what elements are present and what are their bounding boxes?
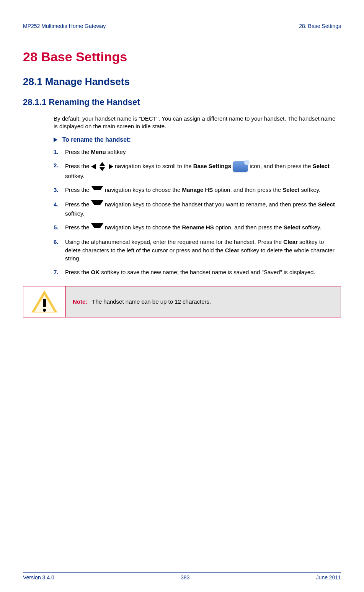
step-text: Press the bbox=[65, 269, 91, 275]
step-2: Press the navigation keys to scroll to t… bbox=[54, 161, 341, 180]
step-text: softkey. bbox=[65, 210, 85, 217]
warning-icon bbox=[31, 290, 57, 313]
step-bold: Rename HS bbox=[182, 224, 214, 231]
step-text: navigation keys to choose the bbox=[105, 224, 182, 231]
step-text: option, and then press the bbox=[214, 224, 284, 231]
step-7: Press the OK softkey to save the new nam… bbox=[54, 268, 341, 276]
note-label: Note: bbox=[73, 298, 87, 305]
intro-paragraph: By default, your handset name is "DECT".… bbox=[54, 115, 341, 131]
step-4: Press the navigation keys to choose the … bbox=[54, 200, 341, 218]
step-bold: Select bbox=[282, 186, 299, 193]
nav-down-icon bbox=[91, 223, 103, 232]
step-text: navigation keys to choose the handset th… bbox=[105, 201, 318, 208]
footer-left: Version 3.4.0 bbox=[23, 574, 54, 581]
step-text: icon, and then press the bbox=[250, 163, 312, 169]
step-text: Press the bbox=[65, 163, 91, 169]
step-bold: Clear bbox=[283, 239, 298, 245]
step-text: softkey. bbox=[299, 186, 320, 193]
step-bold: Clear bbox=[225, 247, 240, 253]
page-header: MP252 Multimedia Home Gateway 28. Base S… bbox=[23, 23, 341, 30]
procedure-arrow-icon bbox=[54, 137, 57, 142]
step-text: navigation keys to scroll to the bbox=[115, 163, 193, 169]
step-bold: Select bbox=[313, 163, 330, 169]
step-text: Using the alphanumerical keypad, enter t… bbox=[65, 239, 283, 245]
step-text: softkey to save the new name; the handse… bbox=[100, 269, 315, 275]
page-footer: Version 3.4.0 383 June 2011 bbox=[23, 572, 341, 581]
step-6: Using the alphanumerical keypad, enter t… bbox=[54, 238, 341, 263]
procedure-steps: Press the Menu softkey. Press the naviga… bbox=[54, 148, 341, 276]
header-left: MP252 Multimedia Home Gateway bbox=[23, 23, 106, 29]
chapter-title: 28 Base Settings bbox=[23, 49, 341, 64]
step-5: Press the navigation keys to choose the … bbox=[54, 223, 341, 232]
procedure-title: To rename the handset: bbox=[54, 136, 341, 143]
section-title: 28.1 Manage Handsets bbox=[23, 76, 341, 88]
nav-down-icon bbox=[91, 186, 103, 195]
step-3: Press the navigation keys to choose the … bbox=[54, 186, 341, 195]
step-bold: Select bbox=[284, 224, 300, 231]
note-text: Note: The handset name can be up to 12 c… bbox=[66, 290, 341, 313]
footer-center: 383 bbox=[181, 574, 189, 581]
subsection-title: 28.1.1 Renaming the Handset bbox=[23, 97, 341, 107]
step-text: Press the bbox=[65, 149, 91, 155]
step-text: option, and then press the bbox=[213, 186, 282, 193]
step-text: softkey. bbox=[300, 224, 322, 231]
step-1: Press the Menu softkey. bbox=[54, 148, 341, 156]
step-text: Press the bbox=[65, 224, 91, 231]
step-text: navigation keys to choose the bbox=[105, 186, 182, 193]
header-right: 28. Base Settings bbox=[299, 23, 341, 29]
base-settings-icon bbox=[233, 161, 248, 172]
step-text: Press the bbox=[65, 186, 91, 193]
step-bold: Base Settings bbox=[193, 163, 231, 169]
note-icon-cell bbox=[23, 286, 66, 317]
footer-right: June 2011 bbox=[316, 574, 341, 581]
nav-lr-icon bbox=[91, 162, 113, 171]
note-block: Note: The handset name can be up to 12 c… bbox=[23, 286, 341, 317]
step-text: softkey. bbox=[106, 149, 127, 155]
note-body: The handset name can be up to 12 charact… bbox=[92, 298, 211, 305]
procedure-title-text: To rename the handset: bbox=[62, 136, 131, 143]
nav-down-icon bbox=[91, 200, 103, 209]
step-bold: OK bbox=[91, 269, 100, 275]
step-bold: Select bbox=[318, 201, 335, 208]
step-bold: Manage HS bbox=[182, 186, 213, 193]
step-bold: Menu bbox=[91, 149, 106, 155]
step-text: softkey. bbox=[65, 173, 85, 179]
step-text: Press the bbox=[65, 201, 91, 208]
